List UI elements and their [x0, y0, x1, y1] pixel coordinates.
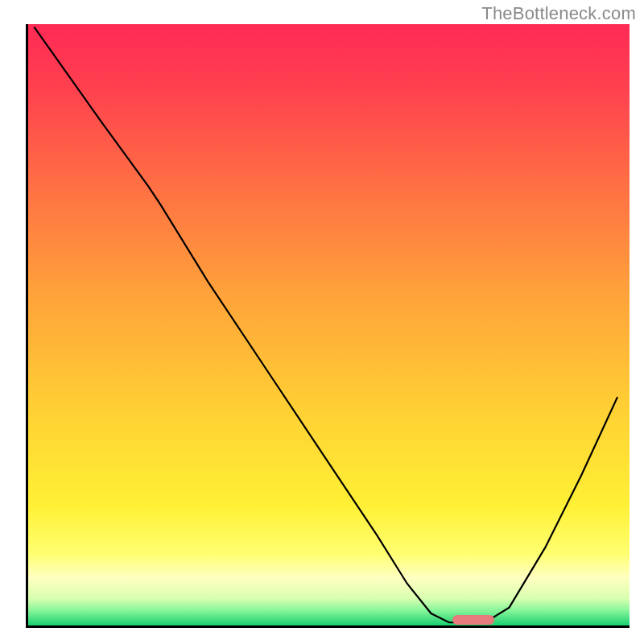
bottleneck-curve — [34, 27, 617, 623]
watermark-text: TheBottleneck.com — [481, 3, 636, 24]
chart-curve-layer — [28, 24, 630, 625]
chart-plot-area — [26, 24, 630, 628]
optimal-range-marker — [452, 615, 494, 625]
chart-container: TheBottleneck.com — [0, 0, 644, 644]
